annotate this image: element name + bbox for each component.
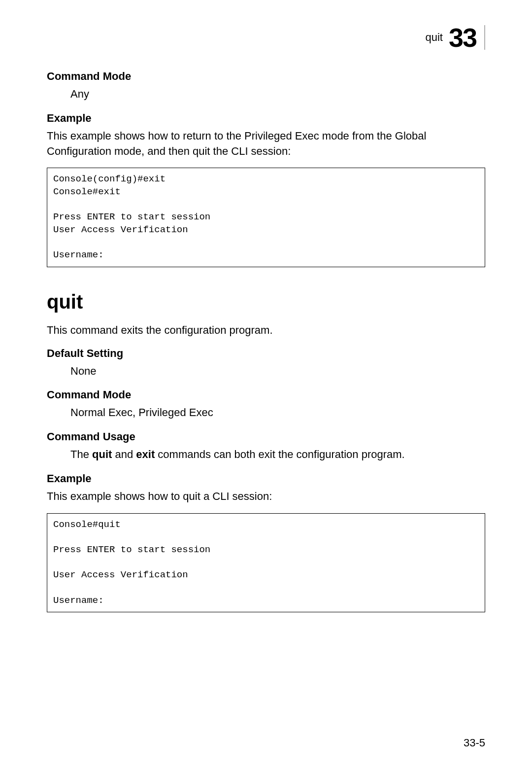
- command-usage-heading: Command Usage: [47, 430, 485, 443]
- usage-prefix: The: [70, 448, 92, 460]
- example-description-2: This example shows how to quit a CLI ses…: [47, 489, 485, 504]
- command-mode-value-2: Normal Exec, Privileged Exec: [70, 405, 485, 421]
- command-usage-text: The quit and exit commands can both exit…: [70, 447, 485, 462]
- usage-mid: and: [112, 448, 136, 460]
- default-setting-value: None: [70, 364, 485, 379]
- page-number: 33-5: [464, 737, 485, 749]
- code-block-2: Console#quit Press ENTER to start sessio…: [47, 513, 485, 612]
- usage-bold-quit: quit: [92, 448, 112, 460]
- command-mode-heading-2: Command Mode: [47, 388, 485, 401]
- command-mode-value-1: Any: [70, 87, 485, 102]
- main-description: This command exits the configuration pro…: [47, 323, 485, 338]
- usage-bold-exit: exit: [136, 448, 155, 460]
- default-setting-heading: Default Setting: [47, 347, 485, 360]
- usage-suffix: commands can both exit the configuration…: [155, 448, 405, 460]
- code-block-1: Console(config)#exit Console#exit Press …: [47, 168, 485, 267]
- main-title: quit: [47, 291, 485, 313]
- command-mode-heading-1: Command Mode: [47, 70, 485, 83]
- example-heading-2: Example: [47, 472, 485, 485]
- example-description-1: This example shows how to return to the …: [47, 129, 485, 159]
- header-chapter-number: 33: [449, 22, 476, 53]
- page-header: quit 33: [47, 22, 485, 53]
- header-divider: [484, 25, 485, 50]
- header-label: quit: [425, 31, 442, 44]
- example-heading-1: Example: [47, 112, 485, 125]
